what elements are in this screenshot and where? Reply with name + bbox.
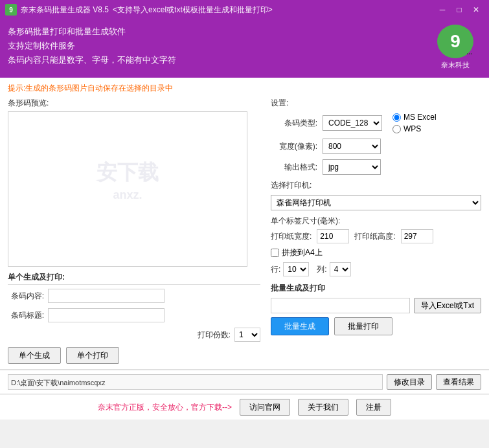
logo-circle: 9 ... bbox=[437, 25, 473, 58]
printer-label: 选择打印机: bbox=[271, 180, 481, 191]
radio-wps-label[interactable]: WPS bbox=[392, 124, 437, 133]
barcode-type-select[interactable]: CODE_128 CODE_39 EAN-13 QR Code bbox=[323, 115, 382, 131]
logo-number: 9 bbox=[450, 31, 461, 52]
close-button[interactable]: ✕ bbox=[468, 3, 484, 16]
a4-checkbox-row: 拼接到A4上 bbox=[271, 247, 481, 258]
bottom-bar: D:\桌面\安下载\naimotmscqxz 修改目录 查看结果 bbox=[0, 370, 489, 394]
paper-width-label: 打印纸宽度: bbox=[271, 231, 312, 242]
col-select[interactable]: 4 123 567 bbox=[330, 262, 351, 276]
row-label: 行: bbox=[271, 264, 280, 275]
radio-wps-text: WPS bbox=[404, 124, 421, 133]
output-label: 输出格式: bbox=[271, 162, 317, 173]
row-item: 行: 10 123 456 bbox=[271, 262, 309, 276]
batch-input-row: 导入Excel或Txt bbox=[271, 298, 481, 313]
barcode-tag-row: 条码标题: bbox=[8, 308, 260, 322]
output-row: 输出格式: jpg png bmp bbox=[271, 159, 481, 175]
radio-excel-label[interactable]: MS Excel bbox=[392, 113, 437, 122]
preview-box: 安下载 anxz. bbox=[8, 111, 247, 267]
size-section: 单个标签尺寸(毫米): 打印纸宽度: 打印纸高度: 拼接到A4上 行: 10 bbox=[271, 216, 481, 276]
title-bar: 9 奈末条码批量生成器 V8.5 <支持导入excel或txt模板批量生成和批量… bbox=[0, 0, 489, 19]
settings-label: 设置: bbox=[271, 98, 481, 109]
main-content: 提示:生成的条形码图片自动保存在选择的目录中 条形码预览: 安下载 anxz. … bbox=[0, 78, 489, 369]
svg-text:anxz.: anxz. bbox=[113, 188, 142, 201]
header-text: 条形码批量打印和批量生成软件 支持定制软件服务 条码内容只能是数字、字母，不能有… bbox=[8, 25, 176, 67]
printer-select[interactable]: 森雀网络打印机 bbox=[271, 195, 481, 210]
header-line2: 支持定制软件服务 bbox=[8, 39, 176, 53]
batch-btn-row: 批量生成 批量打印 bbox=[271, 317, 481, 335]
barcode-content-label: 条码内容: bbox=[8, 291, 44, 302]
single-section-label: 单个生成及打印: bbox=[8, 272, 260, 285]
barcode-tag-label: 条码标题: bbox=[8, 310, 44, 321]
batch-label: 批量生成及打印 bbox=[271, 283, 481, 294]
watermark: 安下载 anxz. bbox=[63, 147, 192, 232]
header-line1: 条形码批量打印和批量生成软件 bbox=[8, 25, 176, 39]
register-button[interactable]: 注册 bbox=[356, 399, 391, 416]
title-bar-left: 9 奈末条码批量生成器 V8.5 <支持导入excel或txt模板批量生成和批量… bbox=[5, 4, 273, 16]
visit-website-button[interactable]: 访问官网 bbox=[240, 399, 290, 416]
app-title: 奈末条码批量生成器 V8.5 bbox=[21, 5, 109, 16]
window-controls: ─ □ ✕ bbox=[435, 3, 484, 16]
a4-checkbox-label: 拼接到A4上 bbox=[282, 247, 323, 258]
radio-excel-text: MS Excel bbox=[404, 113, 437, 122]
size-label: 单个标签尺寸(毫米): bbox=[271, 216, 481, 227]
tip-text: 提示:生成的条形码图片自动保存在选择的目录中 bbox=[8, 83, 481, 94]
barcode-content-input[interactable] bbox=[48, 289, 165, 303]
import-button[interactable]: 导入Excel或Txt bbox=[414, 298, 481, 313]
radio-wps[interactable] bbox=[392, 125, 401, 133]
output-select[interactable]: jpg png bmp bbox=[323, 159, 381, 175]
barcode-type-label: 条码类型: bbox=[271, 118, 317, 129]
header-line3: 条码内容只能是数字、字母，不能有中文字符 bbox=[8, 53, 176, 67]
footer: 奈末官方正版，安全放心，官方下载--> 访问官网 关于我们 注册 bbox=[0, 394, 489, 420]
header-logo: 9 ... 奈末科技 bbox=[429, 25, 481, 70]
source-radio-group: MS Excel WPS bbox=[392, 113, 437, 133]
batch-generate-button[interactable]: 批量生成 bbox=[271, 317, 329, 335]
col-item: 列: 4 123 567 bbox=[317, 262, 350, 276]
header-banner: 条形码批量打印和批量生成软件 支持定制软件服务 条码内容只能是数字、字母，不能有… bbox=[0, 19, 489, 78]
about-button[interactable]: 关于我们 bbox=[298, 399, 348, 416]
svg-text:9: 9 bbox=[9, 6, 13, 14]
width-row: 宽度(像素): 800 400 600 1000 1200 bbox=[271, 139, 481, 154]
batch-section: 批量生成及打印 导入Excel或Txt 批量生成 批量打印 bbox=[271, 283, 481, 335]
single-print-button[interactable]: 单个打印 bbox=[66, 347, 119, 364]
print-copies-row: 打印份数: 1 2 3 5 10 bbox=[8, 328, 260, 342]
row-select[interactable]: 10 123 456 bbox=[283, 262, 309, 276]
print-copies-label: 打印份数: bbox=[198, 330, 231, 341]
barcode-content-row: 条码内容: bbox=[8, 289, 260, 303]
maximize-button[interactable]: □ bbox=[451, 3, 467, 16]
preview-label: 条形码预览: bbox=[8, 98, 260, 109]
app-icon: 9 bbox=[5, 4, 17, 16]
grid-row: 行: 10 123 456 列: 4 123 567 bbox=[271, 262, 481, 276]
content-row: 条形码预览: 安下载 anxz. 单个生成及打印: 条码内容: 条码标题: bbox=[8, 98, 481, 364]
single-generate-button[interactable]: 单个生成 bbox=[8, 347, 61, 364]
right-panel: 设置: 条码类型: CODE_128 CODE_39 EAN-13 QR Cod… bbox=[271, 98, 481, 364]
batch-print-button[interactable]: 批量打印 bbox=[334, 317, 392, 335]
radio-excel[interactable] bbox=[392, 113, 401, 122]
a4-checkbox[interactable] bbox=[271, 249, 279, 257]
app-subtitle: <支持导入excel或txt模板批量生成和批量打印> bbox=[113, 5, 273, 16]
paper-height-input[interactable] bbox=[401, 229, 433, 243]
barcode-type-row: 条码类型: CODE_128 CODE_39 EAN-13 QR Code MS… bbox=[271, 113, 481, 133]
width-label: 宽度(像素): bbox=[271, 141, 317, 152]
width-select[interactable]: 800 400 600 1000 1200 bbox=[323, 139, 381, 154]
svg-text:安下载: 安下载 bbox=[95, 161, 159, 184]
barcode-tag-input[interactable] bbox=[48, 308, 165, 322]
size-dimensions-row: 打印纸宽度: 打印纸高度: bbox=[271, 229, 481, 243]
paper-width-input[interactable] bbox=[317, 229, 349, 243]
footer-text: 奈末官方正版，安全放心，官方下载--> bbox=[98, 402, 232, 413]
batch-input[interactable] bbox=[271, 298, 410, 313]
view-result-button[interactable]: 查看结果 bbox=[436, 374, 481, 390]
printer-section: 选择打印机: 森雀网络打印机 bbox=[271, 180, 481, 210]
print-copies-select[interactable]: 1 2 3 5 10 bbox=[234, 328, 260, 342]
logo-label: 奈末科技 bbox=[441, 60, 470, 70]
paper-height-label: 打印纸高度: bbox=[354, 231, 395, 242]
single-btn-row: 单个生成 单个打印 bbox=[8, 347, 260, 364]
col-label: 列: bbox=[317, 264, 326, 275]
modify-dir-button[interactable]: 修改目录 bbox=[387, 374, 432, 390]
left-panel: 条形码预览: 安下载 anxz. 单个生成及打印: 条码内容: 条码标题: bbox=[8, 98, 260, 364]
minimize-button[interactable]: ─ bbox=[435, 3, 450, 16]
path-display: D:\桌面\安下载\naimotmscqxz bbox=[8, 374, 383, 390]
logo-dots: ... bbox=[467, 49, 472, 56]
